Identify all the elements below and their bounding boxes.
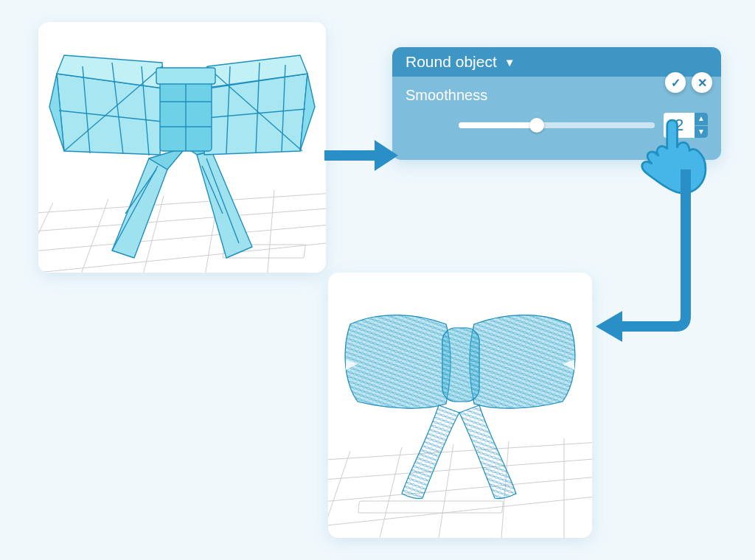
confirm-button[interactable]: ✓ [665,72,686,93]
flow-arrow-to-panel [324,133,398,177]
svg-line-42 [328,475,592,503]
dropdown-triangle-icon: ▼ [504,56,515,69]
smoothness-value: 2 [664,113,695,138]
svg-line-40 [328,441,592,461]
svg-marker-11 [112,158,167,258]
slider-track-filled [459,122,537,128]
svg-line-45 [380,447,402,538]
svg-line-0 [38,192,326,214]
svg-line-4 [38,203,53,273]
slider-track-empty [537,122,655,128]
panel-title: Round object [406,53,497,71]
svg-rect-39 [156,68,215,84]
svg-line-8 [267,190,274,273]
slider-thumb[interactable] [529,118,544,133]
smooth-bow-illustration [328,273,592,538]
flow-arrow-to-result [590,169,715,354]
smoothness-stepper[interactable]: 2 ▲ ▼ [664,113,708,138]
svg-marker-54 [596,311,622,342]
cancel-button[interactable]: ✕ [692,72,712,93]
stepper-arrows: ▲ ▼ [695,113,708,138]
check-icon: ✓ [671,76,681,90]
stepper-down-icon[interactable]: ▼ [695,126,708,139]
svg-line-43 [328,494,592,527]
svg-line-41 [328,457,592,480]
svg-rect-49 [358,501,504,513]
smoothness-slider[interactable] [459,118,655,133]
viewport-after [328,273,592,538]
stepper-up-icon[interactable]: ▲ [695,113,708,126]
panel-body: ✓ ✕ Smoothness 2 ▲ ▼ [392,77,721,160]
smoothness-label: Smoothness [406,87,708,104]
svg-line-3 [38,240,326,273]
close-icon: ✕ [697,76,707,90]
svg-rect-51 [442,328,479,402]
svg-rect-52 [324,150,376,161]
lowpoly-bow-illustration [38,22,326,273]
viewport-before [38,22,326,273]
round-object-panel: Round object ▼ ✓ ✕ Smoothness 2 ▲ ▼ [392,47,721,160]
